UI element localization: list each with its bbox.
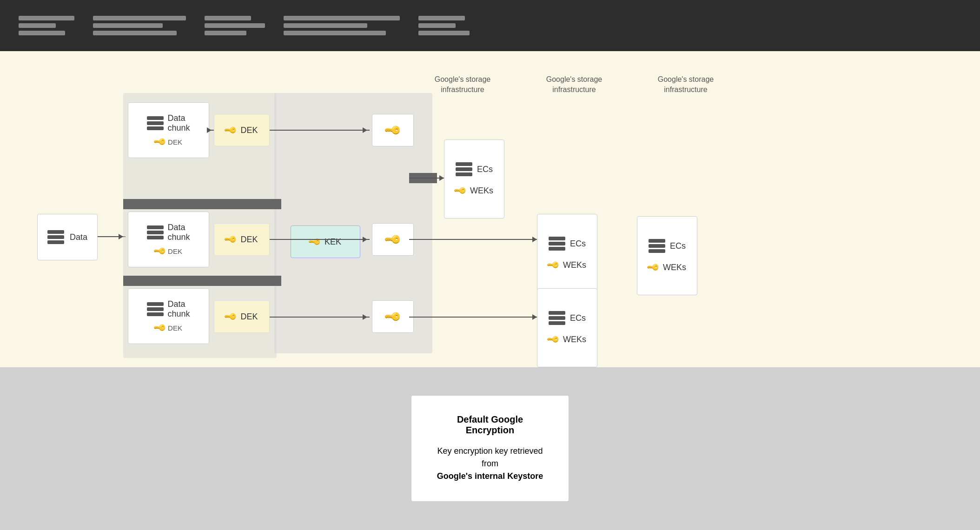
- storage-4-db-icon: [549, 311, 565, 325]
- storage-1-db-icon: [456, 162, 472, 176]
- top-bar-line: [205, 31, 246, 35]
- storage-1-weks-label: WEKs: [470, 186, 493, 196]
- top-bar-line: [93, 23, 163, 28]
- storage-box-3: ECs 🔑 WEKs: [637, 216, 697, 295]
- top-bar-line: [19, 16, 74, 20]
- chunk-2-label: Data: [167, 223, 190, 232]
- top-bar-line: [284, 31, 386, 35]
- chunk-1-dek: 🔑 DEK: [155, 137, 182, 147]
- chunk-1-label: Data: [167, 113, 190, 123]
- storage-4-weks-label: WEKs: [563, 335, 586, 344]
- dek-box-2: 🔑 DEK: [214, 223, 270, 256]
- storage-2-ecs-label: ECs: [570, 239, 586, 249]
- legend-description: Key encryption key retrieved from Google…: [435, 445, 545, 483]
- storage-3-key-icon: 🔑: [646, 260, 660, 274]
- top-bar-section-4: [284, 16, 400, 35]
- dek-box-3: 🔑 DEK: [214, 300, 270, 333]
- diagram-area: Google's storage infrastructure Google's…: [0, 51, 980, 367]
- infra-label-3: Google's storage infrastructure: [656, 74, 716, 95]
- top-bar-line: [205, 23, 265, 28]
- top-bar-line: [19, 23, 56, 28]
- storage-box-1: ECs 🔑 WEKs: [444, 139, 504, 219]
- top-bar-line: [93, 16, 186, 20]
- storage-1-ecs-label: ECs: [477, 165, 493, 174]
- top-bar-line: [93, 31, 177, 35]
- chunk-3-sublabel: chunk: [167, 309, 190, 319]
- enc-key-1: 🔑: [372, 114, 414, 146]
- storage-2-db-icon: [549, 237, 565, 251]
- legend-card: Default Google Encryption Key encryption…: [411, 395, 569, 502]
- top-bar-section-1: [19, 16, 74, 35]
- dek-1-icon: 🔑: [224, 123, 238, 137]
- storage-box-4: ECs 🔑 WEKs: [537, 288, 597, 367]
- chunk-3-label: Data: [167, 299, 190, 309]
- data-box: Data: [37, 214, 98, 260]
- chunk-1-sublabel: chunk: [167, 123, 190, 133]
- enc-key-1-icon: 🔑: [383, 120, 402, 139]
- separator-1: [123, 199, 281, 209]
- dek-3-label: DEK: [240, 312, 258, 322]
- arrow-dek3-enc3: [270, 317, 370, 318]
- diagram-inner: Google's storage infrastructure Google's…: [28, 65, 952, 353]
- top-bar-line: [418, 16, 465, 20]
- top-bar-line: [418, 23, 456, 28]
- data-icon: [47, 230, 64, 244]
- arrow-enc3-storage3: [409, 317, 539, 318]
- top-bar-line: [284, 23, 367, 28]
- legend-description-bold: Google's internal Keystore: [437, 471, 543, 481]
- storage-2-weks-label: WEKs: [563, 260, 586, 270]
- top-bar-line: [418, 31, 470, 35]
- arrow-c1-dek1: [209, 130, 214, 131]
- storage-3-ecs-label: ECs: [670, 241, 686, 251]
- data-label: Data: [70, 232, 87, 242]
- storage-2-key-icon: 🔑: [546, 258, 560, 272]
- storage-3-db-icon: [649, 239, 665, 253]
- storage-4-ecs-label: ECs: [570, 313, 586, 323]
- dek-3-icon: 🔑: [224, 309, 238, 324]
- top-bar-section-5: [418, 16, 470, 35]
- bottom-bar: Default Google Encryption Key encryption…: [0, 367, 980, 530]
- arrow-dek2-enc2: [270, 239, 370, 240]
- kek-icon: 🔑: [307, 234, 322, 249]
- dek-box-1: 🔑 DEK: [214, 114, 270, 146]
- kek-label: KEK: [324, 237, 341, 247]
- arrow-data-to-chunks: [98, 236, 126, 237]
- top-bar-line: [205, 16, 251, 20]
- chunk-2-sublabel: chunk: [167, 232, 190, 242]
- arrow-enc2-storage2: [409, 239, 539, 240]
- chunk-box-2: Data chunk 🔑 DEK: [128, 212, 209, 267]
- enc-key-3: 🔑: [372, 300, 414, 333]
- infra-label-1: Google's storage infrastructure: [432, 74, 493, 95]
- top-bar-line: [284, 16, 400, 20]
- infra-label-2: Google's storage infrastructure: [544, 74, 604, 95]
- chunk-3-db-icon: [147, 302, 164, 316]
- top-bar-section-2: [93, 16, 186, 35]
- chunk-2-dek: 🔑 DEK: [155, 246, 182, 256]
- arrow-dek1-enc1: [270, 130, 370, 131]
- chunk-box-3: Data chunk 🔑 DEK: [128, 288, 209, 344]
- top-bar: [0, 0, 980, 51]
- separator-2: [123, 276, 281, 286]
- chunk-1-db-icon: [147, 116, 164, 130]
- storage-4-key-icon: 🔑: [546, 332, 560, 346]
- enc-key-2: 🔑: [372, 223, 414, 256]
- enc-key-2-icon: 🔑: [383, 230, 402, 249]
- storage-1-key-icon: 🔑: [453, 183, 467, 198]
- storage-box-2: ECs 🔑 WEKs: [537, 214, 597, 293]
- enc-key-3-icon: 🔑: [383, 307, 402, 326]
- dek-2-icon: 🔑: [224, 232, 238, 246]
- chunk-box-1: Data chunk 🔑 DEK: [128, 102, 209, 158]
- top-bar-section-3: [205, 16, 265, 35]
- top-bar-line: [19, 31, 65, 35]
- chunk-2-db-icon: [147, 225, 164, 239]
- dek-2-label: DEK: [240, 235, 258, 245]
- kek-box: 🔑 KEK: [291, 225, 360, 258]
- dek-1-label: DEK: [240, 126, 258, 135]
- legend-title: Default Google Encryption: [435, 414, 545, 436]
- arrow-enc1-storage1: [409, 178, 446, 179]
- storage-3-weks-label: WEKs: [663, 263, 686, 272]
- chunk-3-dek: 🔑 DEK: [155, 323, 182, 333]
